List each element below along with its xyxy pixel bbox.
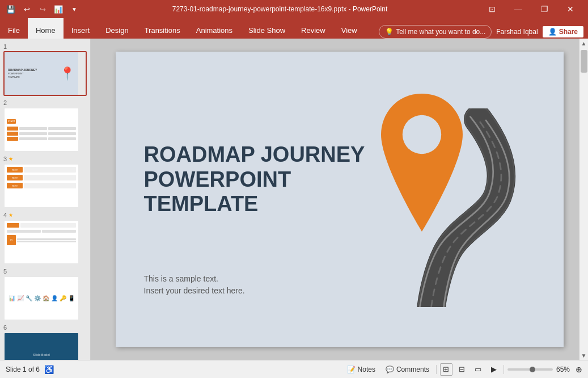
maximize-button[interactable]: ❐ [531,0,557,18]
vertical-scrollbar[interactable]: ▲ ▼ [579,39,588,360]
person-icon: 👤 [548,28,557,36]
slide-num-3: 3 ★ [3,156,87,162]
zoom-slider[interactable] [507,368,553,371]
tell-me-placeholder: Tell me what you want to do... [396,28,485,36]
slide-canvas-area: ▲ ▼ ROADMAP JOURNEY POWERPOINT TEMPLATE … [91,39,588,360]
statusbar-left: Slide 1 of 6 ♿ [6,365,339,374]
notes-icon: 📝 [347,366,356,373]
main-area: 1 ROADMAP JOURNEY POWERPOINT TEMPLATE 📍 … [0,39,588,360]
window-controls: ⊡ — ❐ ✕ [479,0,583,18]
window-title: 7273-01-roadmap-journey-powerpoint-templ… [81,5,479,13]
tab-insert[interactable]: Insert [64,18,98,39]
user-name: Farshad Iqbal [496,28,538,36]
title-line-1: ROADMAP JOURNEY [144,142,365,167]
normal-view-button[interactable]: ⊞ [440,363,452,376]
tab-slideshow[interactable]: Slide Show [240,18,293,39]
slide-thumbnail-4[interactable]: D [3,220,87,264]
tab-home[interactable]: Home [28,18,64,39]
status-bar: Slide 1 of 6 ♿ 📝 Notes 💬 Comments ⊞ ⊟ ▭ … [0,360,588,378]
slideshow-view-button[interactable]: ▶ [488,363,500,376]
slide-6-preview: SlideModel [5,333,78,360]
ribbon-tabs: File Home Insert Design Transitions Anim… [0,18,588,39]
redo-icon[interactable]: ↪ [36,3,49,15]
comments-label: Comments [396,366,429,373]
share-button[interactable]: 👤 Share [543,26,583,37]
minimize-button[interactable]: — [505,0,531,18]
slide-num-5: 5 [3,268,87,275]
scroll-up-button[interactable]: ▲ [579,39,589,48]
title-line-3: TEMPLATE [144,192,365,217]
zoom-percent: 65% [556,366,570,373]
notes-button[interactable]: 📝 Notes [344,364,379,375]
close-button[interactable]: ✕ [557,0,583,18]
slide-thumb-6[interactable]: 6 SlideModel [3,324,87,360]
lightbulb-icon: 💡 [385,28,394,36]
slide-num-1: 1 [3,43,87,50]
slide-info: Slide 1 of 6 [6,366,40,373]
slide-thumb-1[interactable]: 1 ROADMAP JOURNEY POWERPOINT TEMPLATE 📍 [3,43,87,96]
slide-thumbnail-3[interactable]: TEXT TEXT TEXT [3,163,87,208]
slide-thumbnail-1[interactable]: ROADMAP JOURNEY POWERPOINT TEMPLATE 📍 [3,51,87,96]
tab-view[interactable]: View [333,18,365,39]
body-line-2: Insert your desired text here. [144,285,245,297]
slide-num-6: 6 [3,324,87,331]
save-icon[interactable]: 💾 [5,3,17,15]
statusbar-right: 📝 Notes 💬 Comments ⊞ ⊟ ▭ ▶ 65% ⊕ [344,363,582,376]
scroll-thumb[interactable] [581,50,587,73]
slide-3-preview: TEXT TEXT TEXT [5,165,78,207]
slide-panel: 1 ROADMAP JOURNEY POWERPOINT TEMPLATE 📍 … [0,39,91,360]
ribbon-right: 💡 Tell me what you want to do... Farshad… [379,25,588,39]
scroll-down-button[interactable]: ▼ [579,351,589,360]
slide-thumb-2[interactable]: 2 START [3,99,87,152]
road-graphic [411,108,535,307]
reading-view-button[interactable]: ▭ [472,363,484,376]
restore-window-button[interactable]: ⊡ [479,0,505,18]
slide-5-preview: 📊 📈 🔧 ⚙️ 🏠 👤 🔑 📱 [5,277,78,320]
slide-thumb-4[interactable]: 4 ★ D [3,212,87,264]
slide-2-preview: START [5,108,78,151]
comments-button[interactable]: 💬 Comments [382,364,433,375]
divider-2 [504,365,504,374]
tab-animations[interactable]: Animations [188,18,240,39]
slide-thumb-3[interactable]: 3 ★ TEXT TEXT TEXT [3,156,87,208]
slide-thumbnail-5[interactable]: 📊 📈 🔧 ⚙️ 🏠 👤 🔑 📱 [3,276,87,321]
accessibility-icon[interactable]: ♿ [44,365,54,374]
road-svg [411,108,535,307]
tell-me-input[interactable]: 💡 Tell me what you want to do... [379,25,492,39]
tab-transitions[interactable]: Transitions [137,18,188,39]
notes-label: Notes [358,366,375,373]
slide-4-preview: D [5,221,78,263]
slide-title: ROADMAP JOURNEY POWERPOINT TEMPLATE [144,142,365,217]
slide-thumbnail-6[interactable]: SlideModel [3,332,87,360]
slide-num-2: 2 [3,99,87,106]
zoom-thumb[interactable] [530,367,535,372]
slide-thumbnail-2[interactable]: START [3,107,87,152]
tab-design[interactable]: Design [98,18,136,39]
titlebar-left: 💾 ↩ ↪ 📊 ▼ [5,3,81,15]
slide-1-preview: ROADMAP JOURNEY POWERPOINT TEMPLATE 📍 [5,52,78,95]
title-line-2: POWERPOINT [144,167,365,192]
star-icon-4: ★ [9,212,13,218]
divider-1 [436,365,437,374]
scroll-track[interactable] [579,48,589,351]
tab-review[interactable]: Review [293,18,333,39]
slide-canvas: ROADMAP JOURNEY POWERPOINT TEMPLATE This… [116,52,564,347]
star-icon-3: ★ [9,156,13,162]
tab-file[interactable]: File [0,18,28,39]
undo-icon[interactable]: ↩ [20,3,33,15]
body-line-1: This is a sample text. [144,273,245,285]
outline-view-button[interactable]: ⊟ [456,363,468,376]
slide-body-text: This is a sample text. Insert your desir… [144,273,245,297]
fit-slide-icon[interactable]: ⊕ [576,365,582,374]
present-icon[interactable]: 📊 [52,3,65,15]
share-label: Share [559,28,578,36]
dropdown-icon[interactable]: ▼ [68,3,81,15]
slide-thumb-5[interactable]: 5 📊 📈 🔧 ⚙️ 🏠 👤 🔑 📱 [3,268,87,321]
title-bar: 💾 ↩ ↪ 📊 ▼ 7273-01-roadmap-journey-powerp… [0,0,588,18]
comments-icon: 💬 [386,366,394,373]
slide-num-4: 4 ★ [3,212,87,219]
